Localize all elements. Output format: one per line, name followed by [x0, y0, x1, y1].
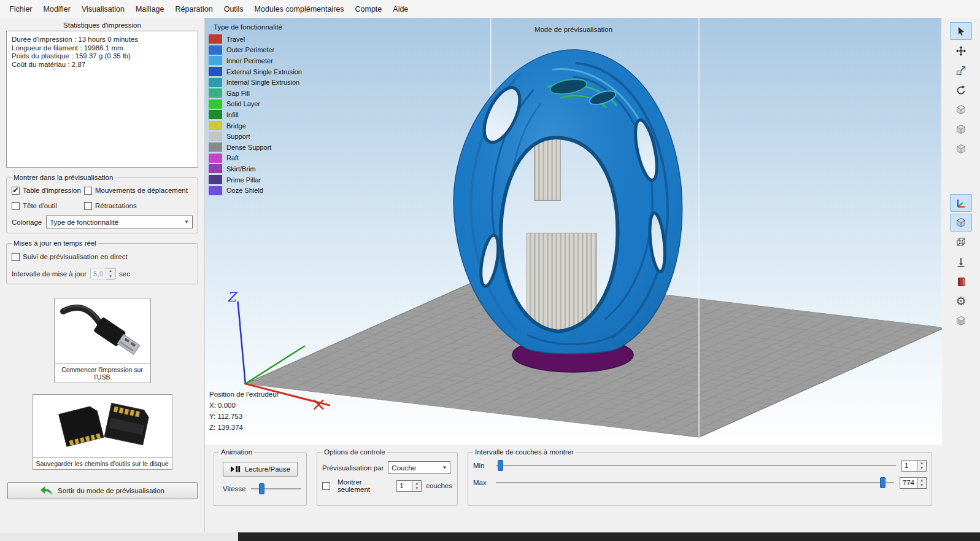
min-layer-spin[interactable]: 1 ▲▼	[901, 460, 927, 472]
rotate-tool-button[interactable]	[950, 81, 972, 99]
menu-aide[interactable]: Aide	[387, 0, 414, 18]
checkbox-label: Mouvements de déplacement	[95, 187, 188, 194]
menu-visualisation[interactable]: Visualisation	[76, 0, 130, 18]
legend-item: Solid Layer	[209, 99, 302, 110]
checkbox-box[interactable]	[84, 202, 92, 210]
settings-gear-button[interactable]: ⚙	[950, 292, 972, 310]
min-layer-label: Min	[473, 462, 490, 469]
min-layer-slider[interactable]	[496, 459, 896, 472]
checkbox-label: Table d'impression	[23, 187, 81, 194]
checkbox-retractations[interactable]: Rétractations	[84, 199, 193, 212]
legend-item-label: Inner Perimeter	[226, 57, 273, 64]
stat-material-cost: Coût du matériau : 2.87	[12, 61, 193, 69]
legend-item-label: Infill	[226, 111, 239, 119]
speed-slider[interactable]	[251, 483, 301, 495]
move-arrows-icon	[955, 45, 966, 56]
spin-down-icon[interactable]: ▼	[412, 486, 421, 491]
select-tool-button[interactable]	[950, 22, 972, 40]
preview-by-select[interactable]: Couche ▼	[388, 461, 450, 474]
slider-track	[496, 482, 894, 483]
checkbox-box[interactable]	[12, 187, 20, 195]
max-layer-slider-thumb[interactable]	[880, 477, 885, 488]
checkbox-label: Tête d'outil	[23, 202, 57, 209]
wireframe-view-toggle-button[interactable]	[950, 233, 972, 251]
cross-section-tool-button[interactable]	[950, 253, 972, 271]
legend-color-swatch	[209, 67, 222, 76]
exit-preview-button[interactable]: Sortir du mode de prévisualisation	[7, 482, 198, 499]
legend-item-label: Prime Pillar	[226, 176, 261, 184]
max-layer-slider[interactable]	[496, 477, 894, 489]
realtime-updates-group: Mises à jour en temps réel Suivi de prév…	[6, 239, 198, 284]
wireframe-cube-icon	[955, 237, 966, 248]
legend-item-label: Dense Support	[226, 144, 271, 151]
checkbox-label: Rétractations	[95, 202, 137, 209]
view-toolbar: ⚙	[942, 18, 980, 532]
usb-print-button[interactable]: Commencer l'impression sur l'USB	[54, 298, 151, 383]
spin-up-icon[interactable]: ▲	[917, 461, 926, 466]
legend-item: External Single Extrusion	[209, 66, 302, 77]
spin-up-icon: ▲	[106, 268, 115, 274]
checkbox-montrer-seulement[interactable]	[322, 482, 330, 490]
save-toolpaths-button-label: Sauvegarder les chemins d'outils sur le …	[33, 457, 172, 469]
menu-modules[interactable]: Modules complémentaires	[249, 0, 350, 18]
checkbox-box[interactable]	[12, 202, 20, 210]
spin-down-icon[interactable]: ▼	[917, 483, 926, 488]
legend-item: Bridge	[209, 120, 302, 131]
sd-cards-image	[33, 395, 172, 457]
extruder-position-title: Position de l'extrudeur	[209, 389, 279, 400]
checkbox-table-impression[interactable]: Table d'impression	[12, 184, 84, 197]
menu-reparation[interactable]: Réparation	[170, 0, 218, 18]
standard-view-button-2[interactable]	[950, 120, 972, 138]
checkbox-tete-outil[interactable]: Tête d'outil	[12, 199, 84, 212]
legend-item-label: Internal Single Extrusion	[226, 79, 299, 86]
machine-grid-button[interactable]	[950, 312, 972, 330]
checkbox-suivi-direct[interactable]: Suivi de prévisualisation en direct	[12, 250, 193, 263]
viewport-3d[interactable]: Type de fonctionnalité Travel Outer Peri…	[205, 18, 942, 445]
checkbox-mouvements[interactable]: Mouvements de déplacement	[84, 184, 193, 197]
spin-up-icon[interactable]: ▲	[917, 478, 926, 483]
coordinate-axes-toggle-button[interactable]	[950, 194, 972, 212]
spin-up-icon[interactable]: ▲	[412, 481, 421, 486]
cross-section-icon	[955, 257, 966, 268]
menu-fichier[interactable]: Fichier	[4, 0, 38, 18]
legend-item-label: External Single Extrusion	[226, 68, 302, 76]
scale-tool-button[interactable]	[950, 61, 972, 79]
max-layer-spin[interactable]: 774 ▲▼	[900, 477, 927, 489]
play-pause-button[interactable]: Lecture/Pause	[223, 462, 298, 477]
legend-item-label: Bridge	[226, 122, 246, 130]
menu-outils[interactable]: Outils	[218, 0, 249, 18]
speed-slider-thumb[interactable]	[259, 483, 264, 494]
preview-mode-label: Mode de prévisualisation	[205, 26, 942, 33]
coloring-select[interactable]: Type de fonctionnalité ▼	[46, 216, 193, 228]
update-interval-label: Intervalle de mise à jour	[12, 270, 87, 278]
max-layer-label: Max	[473, 479, 490, 486]
checkbox-box[interactable]	[12, 253, 20, 261]
legend-item-label: Travel	[226, 36, 245, 43]
checkbox-label: Suivi de prévisualisation en direct	[23, 253, 128, 260]
exit-preview-button-label: Sortir du mode de prévisualisation	[58, 487, 164, 494]
spin-down-icon[interactable]: ▼	[917, 465, 926, 471]
save-toolpaths-button[interactable]: Sauvegarder les chemins d'outils sur le …	[33, 394, 172, 470]
preview-by-label: Prévisualisation par	[322, 464, 384, 472]
show-only-spin[interactable]: 1 ▲▼	[396, 480, 422, 492]
legend-color-swatch	[209, 99, 222, 109]
animation-group: Animation Lecture/Pause Vitesse	[214, 448, 307, 506]
menu-maillage[interactable]: Maillage	[130, 0, 170, 18]
toolpath-book-button[interactable]	[950, 273, 972, 290]
legend-color-swatch	[209, 132, 222, 141]
legend-item: Dense Support	[209, 142, 302, 153]
move-tool-button[interactable]	[950, 42, 972, 60]
taskbar-strip	[238, 532, 980, 541]
menu-compte[interactable]: Compte	[350, 0, 388, 18]
min-layer-slider-thumb[interactable]	[498, 460, 503, 471]
standard-view-button-3[interactable]	[950, 140, 972, 158]
scale-icon	[955, 65, 966, 76]
coloring-select-value: Type de fonctionnalité	[50, 219, 118, 226]
menu-modifier[interactable]: Modifier	[38, 0, 76, 18]
legend-color-swatch	[209, 154, 222, 163]
solid-view-toggle-button[interactable]	[950, 214, 972, 232]
checkbox-box[interactable]	[84, 187, 92, 195]
legend-item: Outer Perimeter	[209, 45, 302, 56]
standard-view-button-1[interactable]	[950, 101, 972, 119]
spin-down-icon: ▼	[106, 274, 115, 279]
